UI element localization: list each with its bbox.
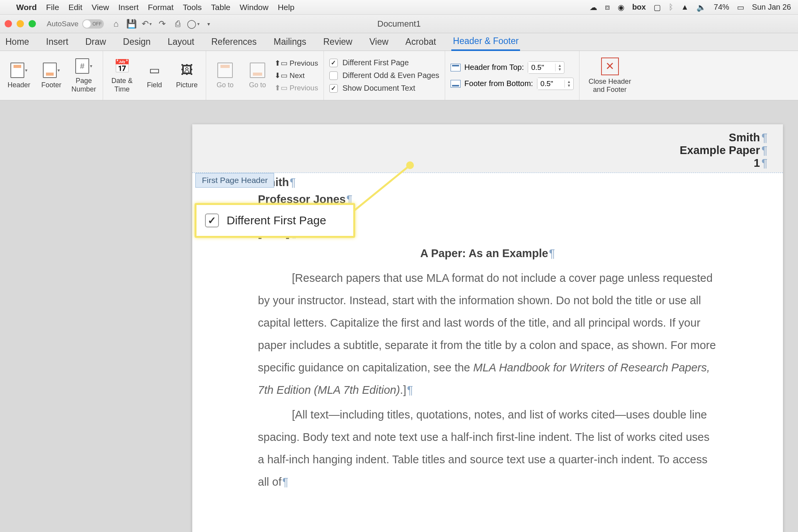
airplay-icon[interactable]: ▢ [654, 3, 661, 12]
battery-icon[interactable]: ▭ [737, 3, 744, 12]
tab-design[interactable]: Design [122, 34, 152, 50]
next-icon: ⬇▭ [276, 71, 286, 80]
field-icon: ▭ [146, 62, 163, 79]
tab-mailings[interactable]: Mailings [272, 34, 308, 50]
callout-label: Different First Page [227, 214, 326, 227]
spinner-up-icon[interactable]: ▲ [556, 64, 564, 68]
field-label: Field [147, 81, 162, 90]
menu-file[interactable]: File [46, 3, 59, 12]
autosave-toggle[interactable]: OFF [82, 19, 104, 29]
undo-icon[interactable]: ↶▾ [142, 19, 152, 29]
window-maximize-button[interactable] [29, 20, 36, 27]
spinner-up-icon[interactable]: ▲ [565, 80, 573, 84]
document-title: Document1 [377, 19, 421, 29]
home-icon[interactable]: ⌂ [111, 19, 121, 29]
goto-header-icon [217, 63, 233, 78]
menu-insert[interactable]: Insert [118, 3, 139, 12]
page-number-button[interactable]: #▾ Page Number [70, 58, 97, 93]
previous-button[interactable]: ⬆▭Previous [276, 59, 318, 68]
wifi-icon[interactable]: ▲ [681, 3, 689, 12]
goto-header-label: Go to [217, 81, 234, 90]
link-previous-icon: ⬆▭ [276, 83, 286, 93]
menu-table[interactable]: Table [211, 3, 230, 12]
qat-customize-icon[interactable]: ▾ [203, 19, 213, 29]
close-header-footer-button[interactable]: ✕ Close Header and Footer [579, 51, 640, 100]
next-button[interactable]: ⬇▭Next [276, 71, 318, 80]
tab-review[interactable]: Review [322, 34, 354, 50]
cc-icon[interactable]: ◉ [618, 3, 624, 12]
date-time-button[interactable]: 📅 Date & Time [108, 58, 136, 93]
callout-different-first-page: Different First Page [195, 203, 355, 238]
tab-draw[interactable]: Draw [84, 34, 108, 50]
different-odd-even-checkbox[interactable]: Different Odd & Even Pages [329, 71, 439, 80]
window-close-button[interactable] [5, 20, 12, 27]
picture-button[interactable]: 🖼 Picture [173, 62, 200, 90]
paragraph-2: [All text—including titles, quotations, … [258, 403, 717, 493]
different-first-page-checkbox[interactable]: Different First Page [329, 58, 439, 67]
menu-tools[interactable]: Tools [183, 3, 202, 12]
page-number-label: Page Number [71, 77, 96, 93]
shape-circle-icon[interactable]: ◯▾ [188, 19, 198, 29]
menu-window[interactable]: Window [240, 3, 269, 12]
ribbon: ▾ Header ▾ Footer #▾ Page Number 📅 Date … [0, 51, 798, 100]
menu-edit[interactable]: Edit [68, 3, 82, 12]
tab-view[interactable]: View [368, 34, 390, 50]
tab-home[interactable]: Home [4, 34, 30, 50]
dropbox-icon[interactable]: ⧈ [605, 3, 610, 12]
header-top-spinner[interactable]: ▲▼ [528, 61, 564, 74]
footer-bottom-icon [451, 80, 461, 88]
show-document-text-label: Show Document Text [342, 84, 415, 93]
window-minimize-button[interactable] [17, 20, 24, 27]
box-icon[interactable]: box [632, 3, 646, 12]
tab-header-footer[interactable]: Header & Footer [451, 33, 520, 51]
tab-layout[interactable]: Layout [166, 34, 196, 50]
heading-line-1: Smith [258, 174, 717, 191]
autosave-label: AutoSave [47, 20, 78, 28]
footer-label: Footer [41, 81, 61, 90]
header-line-1: Smith [679, 131, 768, 144]
previous-label: Previous [290, 59, 318, 68]
header-top-input[interactable] [528, 62, 555, 73]
picture-icon: 🖼 [178, 62, 195, 79]
cloud-icon[interactable]: ☁︎ [590, 3, 597, 12]
header-top-label: Header from Top: [464, 63, 524, 72]
field-button[interactable]: ▭ Field [141, 62, 168, 90]
show-document-text-checkbox[interactable]: Show Document Text [329, 84, 439, 93]
bluetooth-icon[interactable]: ᛒ [669, 3, 673, 12]
footer-bottom-spinner[interactable]: ▲▼ [537, 78, 574, 90]
page[interactable]: Smith Example Paper 1 First Page Header … [192, 124, 783, 532]
redo-icon[interactable]: ↷ [157, 19, 167, 29]
footer-page-icon [43, 63, 57, 78]
menu-view[interactable]: View [91, 3, 109, 12]
goto-footer-button[interactable]: Go to [244, 62, 271, 90]
tab-references[interactable]: References [210, 34, 258, 50]
volume-icon[interactable]: 🔈 [696, 3, 706, 12]
tab-acrobat[interactable]: Acrobat [404, 34, 437, 50]
footer-bottom-input[interactable] [537, 78, 564, 90]
check-icon [329, 84, 338, 93]
goto-footer-label: Go to [249, 81, 266, 90]
save-icon[interactable]: 💾 [126, 19, 136, 29]
spinner-down-icon[interactable]: ▼ [565, 84, 573, 88]
footer-button[interactable]: ▾ Footer [38, 62, 65, 90]
close-header-footer-label: Close Header and Footer [589, 78, 631, 94]
next-label: Next [290, 71, 305, 80]
print-icon[interactable]: ⎙ [173, 19, 183, 29]
tab-insert[interactable]: Insert [44, 34, 70, 50]
footer-bottom-label: Footer from Bottom: [464, 79, 533, 88]
link-previous-button[interactable]: ⬆▭Previous [276, 83, 318, 93]
spinner-down-icon[interactable]: ▼ [556, 68, 564, 71]
page-number-icon: # [75, 58, 89, 74]
menubar-date[interactable]: Sun Jan 26 [752, 3, 791, 12]
header-area[interactable]: Smith Example Paper 1 [192, 124, 783, 173]
header-button[interactable]: ▾ Header [5, 62, 32, 90]
app-name[interactable]: Word [16, 3, 37, 12]
goto-header-button[interactable]: Go to [212, 62, 239, 90]
battery-percent[interactable]: 74% [714, 3, 729, 12]
callout-check-icon [205, 213, 219, 227]
first-page-header-tab: First Page Header [195, 173, 274, 188]
document-canvas[interactable]: Smith Example Paper 1 First Page Header … [0, 100, 798, 532]
autosave-toggle-text: OFF [92, 21, 102, 27]
menu-format[interactable]: Format [148, 3, 174, 12]
menu-help[interactable]: Help [278, 3, 294, 12]
